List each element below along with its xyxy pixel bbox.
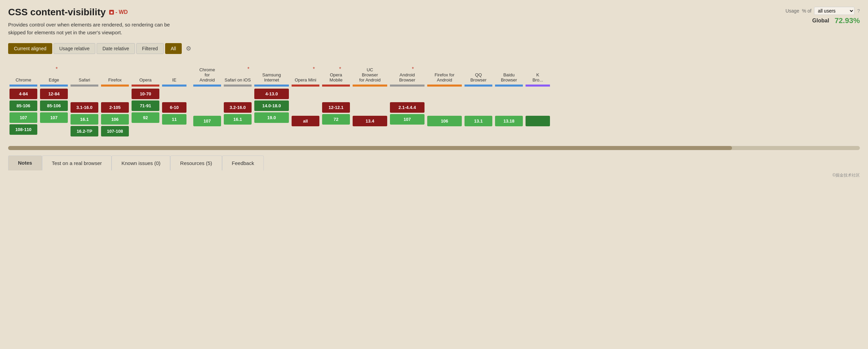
col-opera: Opera 10-70 71-91 92 xyxy=(130,61,161,141)
filter-tabs: Current aligned Usage relative Date rela… xyxy=(8,43,860,54)
ie-bar xyxy=(162,85,186,87)
global-pct: 72.93% xyxy=(834,16,860,25)
chrome-bar xyxy=(9,85,37,87)
firefox-android-cell-3 xyxy=(427,128,462,140)
safari-header: Safari xyxy=(79,61,90,85)
firefox-android-cell-1 xyxy=(427,102,462,114)
safari-ios-cell-3 xyxy=(224,126,252,138)
qq-header: QQBrowser xyxy=(470,61,487,85)
opera-mobile-header: OperaMobile * xyxy=(330,61,342,85)
chrome-android-cell-1 xyxy=(193,102,221,114)
tab-date-relative[interactable]: Date relative xyxy=(97,43,135,54)
opera-mini-cell-1 xyxy=(292,102,319,114)
firefox-android-header: Firefox forAndroid xyxy=(435,61,455,85)
baidu-bar xyxy=(495,85,523,87)
android-browser-bar xyxy=(390,85,425,87)
uc-cell-1 xyxy=(353,102,387,114)
opera-mobile-bar xyxy=(322,85,350,87)
chrome-header: Chrome xyxy=(16,61,31,85)
opera-cell-3 xyxy=(132,124,159,136)
help-icon[interactable]: ? xyxy=(857,8,860,14)
chrome-cell-2: 107 xyxy=(9,112,37,123)
opera-mini-cell-0 xyxy=(292,89,319,101)
browser-grid: Chrome 4-84 85-106 107 108-110 Edge * 12… xyxy=(8,61,860,141)
safari-cell-2: 16.1 xyxy=(71,114,98,125)
tab-known-issues[interactable]: Known issues (0) xyxy=(112,155,170,170)
tab-notes[interactable]: Notes xyxy=(8,155,42,170)
scrollbar-thumb[interactable] xyxy=(8,146,732,150)
chrome-android-cell-0 xyxy=(193,89,221,101)
col-firefox-android: Firefox forAndroid 106 xyxy=(426,61,463,141)
horizontal-scrollbar[interactable] xyxy=(8,146,860,150)
col-firefox: Firefox 2-105 106 107-108 xyxy=(100,61,130,141)
k-browser-cell-1 xyxy=(526,102,550,114)
chrome-cell-3: 108-110 xyxy=(9,124,37,135)
divider xyxy=(188,61,192,141)
wd-icon: ■ xyxy=(109,10,114,15)
uc-bar xyxy=(353,85,387,87)
firefox-cell-2: 106 xyxy=(101,114,129,125)
opera-cell-1: 71-91 xyxy=(132,100,159,111)
opera-mobile-cell-2: 72 xyxy=(322,114,350,125)
tab-resources[interactable]: Resources (5) xyxy=(170,155,222,170)
safari-ios-asterisk: * xyxy=(247,66,249,72)
firefox-header: Firefox xyxy=(108,61,122,85)
k-browser-cell-3 xyxy=(526,128,550,140)
opera-cell-2: 92 xyxy=(132,112,159,123)
opera-mini-asterisk: * xyxy=(313,66,315,72)
tab-usage-relative[interactable]: Usage relative xyxy=(54,43,96,54)
global-row: Global 72.93% xyxy=(786,16,860,25)
tab-all[interactable]: All xyxy=(165,43,182,54)
android-browser-cell-0 xyxy=(390,89,425,101)
baidu-cell-0 xyxy=(495,89,523,101)
firefox-android-bar xyxy=(427,85,462,87)
uc-cell-0 xyxy=(353,89,387,101)
tab-current-aligned[interactable]: Current aligned xyxy=(8,43,52,54)
android-browser-asterisk: * xyxy=(412,66,414,72)
uc-cell-2: 13.4 xyxy=(353,116,387,126)
edge-header: Edge * xyxy=(49,61,59,85)
percent-label: % of xyxy=(802,8,811,14)
safari-ios-cell-2: 16.1 xyxy=(224,114,252,125)
samsung-cell-1: 14.0-18.0 xyxy=(254,100,289,111)
edge-bar xyxy=(40,85,68,87)
users-selector[interactable]: all users tracked users xyxy=(814,7,854,15)
chrome-cell-0: 4-84 xyxy=(9,89,37,99)
opera-bar xyxy=(132,85,159,87)
edge-asterisk: * xyxy=(56,66,58,72)
opera-mobile-asterisk: * xyxy=(339,66,341,72)
k-browser-cell-2 xyxy=(526,116,550,126)
col-samsung: SamsungInternet 4-13.0 14.0-18.0 19.0 xyxy=(253,61,290,141)
qq-cell-0 xyxy=(465,89,492,101)
samsung-cell-0: 4-13.0 xyxy=(254,89,289,99)
ie-cell-3 xyxy=(162,126,186,138)
tab-feedback[interactable]: Feedback xyxy=(222,155,264,170)
gear-icon[interactable]: ⚙ xyxy=(183,43,194,54)
col-safari-ios: Safari on iOS * 3.2-16.0 16.1 xyxy=(222,61,253,141)
safari-bar xyxy=(71,85,98,87)
edge-cell-2: 107 xyxy=(40,112,68,123)
safari-ios-cell-0 xyxy=(224,89,252,101)
opera-header: Opera xyxy=(139,61,152,85)
safari-cell-0 xyxy=(71,89,98,101)
chrome-android-cell-3 xyxy=(193,128,221,140)
browser-grid-container: Chrome 4-84 85-106 107 108-110 Edge * 12… xyxy=(8,61,860,141)
usage-row: Usage % of all users tracked users ? xyxy=(786,7,860,15)
uc-header: UCBrowserfor Android xyxy=(359,61,381,85)
tab-filtered[interactable]: Filtered xyxy=(136,43,164,54)
col-qq: QQBrowser 13.1 xyxy=(463,61,494,141)
edge-cell-3 xyxy=(40,124,68,136)
android-browser-cell-3 xyxy=(390,126,425,138)
opera-mobile-cell-1: 12-12.1 xyxy=(322,102,350,113)
samsung-cell-3 xyxy=(254,124,289,136)
tab-test-browser[interactable]: Test on a real browser xyxy=(42,155,112,170)
description: Provides control over when elements are … xyxy=(8,21,184,36)
col-opera-mobile: OperaMobile * 12-12.1 72 xyxy=(321,61,351,141)
baidu-header: BaiduBrowser xyxy=(501,61,517,85)
chrome-android-header: ChromeforAndroid xyxy=(199,61,215,85)
baidu-cell-1 xyxy=(495,102,523,114)
opera-mini-bar xyxy=(292,85,319,87)
k-browser-cell-0 xyxy=(526,89,550,101)
opera-mini-cell-2: all xyxy=(292,116,319,126)
qq-bar xyxy=(465,85,492,87)
